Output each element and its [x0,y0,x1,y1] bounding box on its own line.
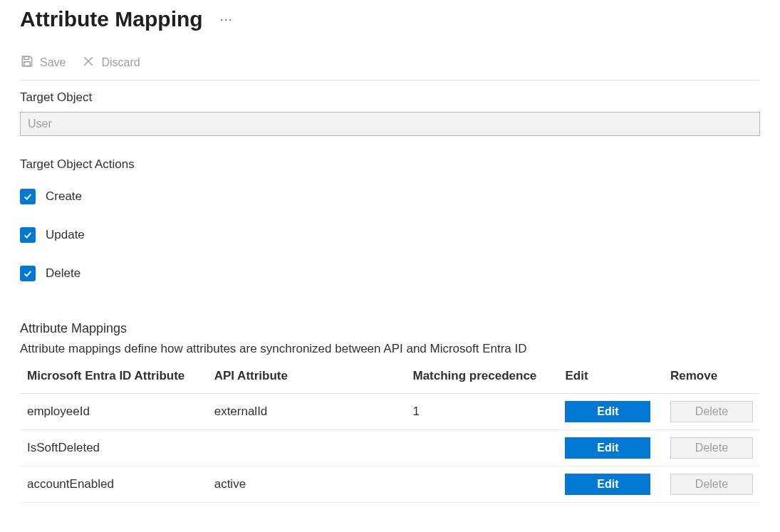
discard-button[interactable]: Discard [81,54,140,71]
checkbox-create[interactable]: Create [20,189,760,204]
page-title: Attribute Mapping [20,7,203,31]
page-header: Attribute Mapping ··· [20,7,760,31]
delete-button[interactable]: Delete [670,401,753,422]
table-row: IsSoftDeleted Edit Delete [20,430,760,466]
column-header-api: API Attribute [207,363,406,394]
cell-remove: Delete [663,466,760,503]
attribute-mappings-title: Attribute Mappings [20,321,760,336]
table-row: accountEnabled active Edit Delete [20,466,760,503]
cell-edit: Edit [558,430,663,466]
save-icon [20,54,34,71]
save-button[interactable]: Save [20,54,66,71]
column-header-entra: Microsoft Entra ID Attribute [20,363,207,394]
column-header-remove: Remove [663,363,760,394]
edit-button[interactable]: Edit [565,474,650,495]
checkbox-checked-icon [20,227,36,243]
checkbox-label: Delete [46,266,80,281]
edit-button[interactable]: Edit [565,437,650,459]
delete-button[interactable]: Delete [670,437,753,459]
target-object-input[interactable] [20,112,760,136]
cell-entra: accountEnabled [20,466,207,503]
target-actions-label: Target Object Actions [20,157,760,172]
attribute-mappings-table: Microsoft Entra ID Attribute API Attribu… [20,363,760,503]
cell-remove: Delete [663,394,760,430]
table-header-row: Microsoft Entra ID Attribute API Attribu… [20,363,760,394]
checkbox-update[interactable]: Update [20,227,760,243]
cell-api: externalId [207,394,406,430]
checkbox-checked-icon [20,266,36,281]
more-options-icon[interactable]: ··· [220,12,233,27]
cell-api: active [207,466,406,503]
cell-match: 1 [405,394,558,430]
target-object-field: Target Object [20,90,760,136]
target-object-label: Target Object [20,90,760,105]
cell-match [405,466,558,503]
toolbar: Save Discard [20,54,760,80]
column-header-match: Matching precedence [405,363,558,394]
cell-match [405,430,558,466]
svg-rect-0 [24,56,29,59]
close-icon [81,54,95,71]
edit-button[interactable]: Edit [565,401,650,422]
svg-rect-1 [24,62,30,66]
attribute-mappings-description: Attribute mappings define how attributes… [20,342,760,356]
cell-api [207,430,406,466]
save-button-label: Save [40,56,66,69]
cell-edit: Edit [558,394,663,430]
checkbox-delete[interactable]: Delete [20,266,760,281]
cell-edit: Edit [558,466,663,503]
cell-remove: Delete [663,430,760,466]
checkbox-checked-icon [20,189,36,204]
table-row: employeeId externalId 1 Edit Delete [20,394,760,430]
discard-button-label: Discard [101,56,140,69]
checkbox-label: Update [46,228,85,242]
target-actions-list: Create Update Delete [20,189,760,281]
delete-button[interactable]: Delete [670,474,753,495]
cell-entra: employeeId [20,394,207,430]
checkbox-label: Create [46,189,82,204]
cell-entra: IsSoftDeleted [20,430,207,466]
column-header-edit: Edit [558,363,663,394]
